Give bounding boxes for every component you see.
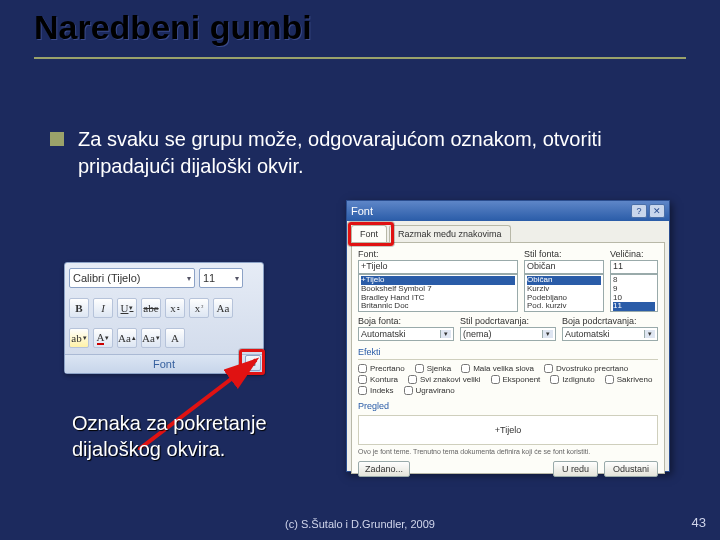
dialog-launcher-button[interactable]: ↘ [245,355,261,371]
size-input[interactable]: 11 [610,260,658,274]
shrink-font-button[interactable]: Aa▾ [141,328,161,348]
font-color-button[interactable]: A▾ [93,328,113,348]
chevron-down-icon: ▾ [129,304,133,312]
style-input[interactable]: Običan [524,260,604,274]
bullet-text: Za svaku se grupu može, odgovarajućom oz… [78,126,670,180]
chevron-down-icon: ▾ [235,274,239,283]
ribbon-font-group: Calibri (Tijelo)▾ 11▾ B I U▾ abe x₂ x² A… [64,262,264,374]
underline-color-dropdown[interactable]: Automatski▾ [562,327,658,341]
tab-font[interactable]: Font [351,225,387,242]
effect-checkbox[interactable]: Ugravirano [404,386,455,395]
size-listbox[interactable]: 8 9 10 11 12 [610,274,658,312]
preview-box: +Tijelo [358,415,658,445]
preview-label: Pregled [358,401,658,411]
effect-checkbox[interactable]: Mala velika slova [461,364,534,373]
superscript-button[interactable]: x² [189,298,209,318]
close-icon[interactable]: ✕ [649,204,665,218]
underline-button[interactable]: U▾ [117,298,137,318]
chevron-down-icon: ▾ [542,330,553,338]
bullet-marker [50,132,64,146]
underline-style-dropdown[interactable]: (nema)▾ [460,327,556,341]
italic-button[interactable]: I [93,298,113,318]
title-area: Naredbeni gumbi [34,8,686,59]
chevron-down-icon: ▾ [83,334,87,342]
effects-label: Efekti [358,347,658,357]
font-size-value: 11 [203,272,215,284]
effect-checkbox[interactable]: Indeks [358,386,394,395]
font-name-value: Calibri (Tijelo) [73,272,140,284]
subscript-button[interactable]: x₂ [165,298,185,318]
default-button[interactable]: Zadano... [358,461,410,477]
font-size-combo[interactable]: 11▾ [199,268,243,288]
effect-checkbox[interactable]: Precrtano [358,364,405,373]
caption: Oznaka za pokretanje dijaloškog okvira. [72,410,267,462]
effects-group: PrecrtanoSjenkaMala velika slovaDvostruk… [358,364,658,395]
tab-spacing[interactable]: Razmak među znakovima [389,225,511,242]
dialog-tabs: Font Razmak među znakovima [347,221,669,242]
font-label: Font: [358,249,518,259]
effect-checkbox[interactable]: Izdignuto [550,375,594,384]
chevron-down-icon: ▾ [105,334,109,342]
effect-checkbox[interactable]: Sakriveno [605,375,653,384]
cancel-button[interactable]: Odustani [604,461,658,477]
chevron-down-icon: ▾ [440,330,451,338]
size-label: Veličina: [610,249,658,259]
font-listbox[interactable]: +Tijelo Bookshelf Symbol 7 Bradley Hand … [358,274,518,312]
fontcolor-dropdown[interactable]: Automatski▾ [358,327,454,341]
chevron-down-icon: ▾ [187,274,191,283]
underline-style-label: Stil podcrtavanja: [460,316,556,326]
slide-title: Naredbeni gumbi [34,8,686,47]
font-input[interactable]: +Tijelo [358,260,518,274]
clear-formatting-button[interactable]: A [165,328,185,348]
dialog-title-text: Font [351,205,373,217]
highlight-button[interactable]: ab▾ [69,328,89,348]
chevron-down-icon: ▾ [644,330,655,338]
fontcolor-label: Boja fonta: [358,316,454,326]
help-icon[interactable]: ? [631,204,647,218]
grow-font-button[interactable]: Aa▴ [117,328,137,348]
dialog-body: Font: +Tijelo +Tijelo Bookshelf Symbol 7… [351,242,665,474]
footer-text: (c) S.Šutalo i D.Grundler, 2009 [0,518,720,530]
strike-button[interactable]: abe [141,298,161,318]
underline-color-label: Boja podcrtavanja: [562,316,658,326]
change-case-button[interactable]: Aa [213,298,233,318]
ok-button[interactable]: U redu [553,461,598,477]
group-label: Font [65,354,263,373]
effect-checkbox[interactable]: Svi znakovi veliki [408,375,480,384]
preview-hint: Ovo je font teme. Trenutno tema dokument… [358,448,658,455]
body-text: Za svaku se grupu može, odgovarajućom oz… [50,126,670,180]
effect-checkbox[interactable]: Sjenka [415,364,451,373]
effect-checkbox[interactable]: Kontura [358,375,398,384]
effect-checkbox[interactable]: Eksponent [491,375,541,384]
page-number: 43 [692,515,706,530]
style-label: Stil fonta: [524,249,604,259]
dialog-titlebar: Font ? ✕ [347,201,669,221]
font-name-combo[interactable]: Calibri (Tijelo)▾ [69,268,195,288]
font-dialog: Font ? ✕ Font Razmak među znakovima Font… [346,200,670,472]
title-rule [34,57,686,59]
bold-button[interactable]: B [69,298,89,318]
style-listbox[interactable]: Običan Kurziv Podebljano Pod. kurziv [524,274,604,312]
effect-checkbox[interactable]: Dvostruko precrtano [544,364,628,373]
